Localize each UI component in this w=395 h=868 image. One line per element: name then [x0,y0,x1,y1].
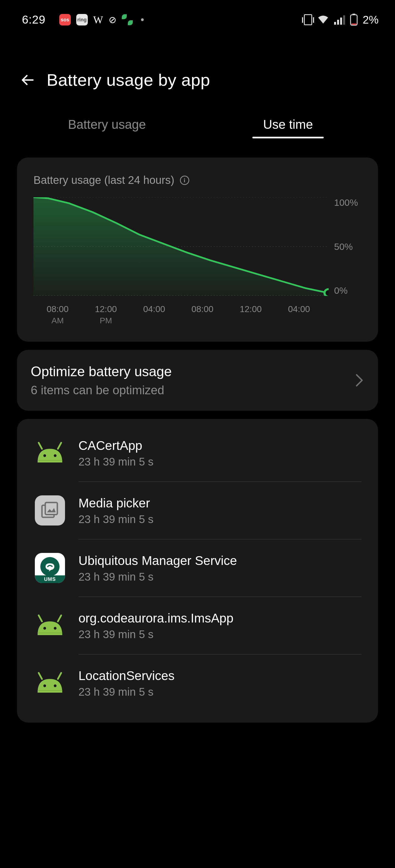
app-name: Ubiquitous Manager Service [79,553,237,568]
sos-icon: sos [59,14,71,26]
chevron-right-icon [355,373,364,388]
status-bar: 6:29 sos ring W ⊘ 2% [0,0,395,32]
chart-title: Battery usage (last 24 hours) [33,174,174,186]
status-right: 2% [304,14,378,26]
android-icon [33,436,66,469]
tab-use-time[interactable]: Use time [198,117,378,138]
app-name: LocationServices [79,668,174,683]
vibrate-icon [304,14,312,25]
tabs: Battery usage Use time [0,100,395,149]
status-time: 6:29 [22,13,46,26]
app-green-icon [122,14,133,25]
battery-percent: 2% [363,14,378,26]
ring-icon: ring [76,14,88,26]
svg-rect-1 [337,20,339,25]
svg-point-13 [43,454,46,457]
app-name: Media picker [79,496,153,510]
svg-rect-3 [343,16,345,25]
svg-line-18 [39,615,42,621]
overflow-dot-icon [141,18,144,21]
xtick: 08:00 [178,304,227,325]
chart-x-labels: 08:00AM 12:00PM 04:00 08:00 12:00 04:00 [33,304,362,325]
w-icon: W [93,14,103,26]
list-item[interactable]: UMS Ubiquitous Manager Service 23 h 39 m… [17,539,378,596]
ums-label: UMS [35,576,65,583]
header: Battery usage by app [0,32,395,100]
app-time: 23 h 39 min 5 s [79,513,153,526]
app-list-card: CACertApp 23 h 39 min 5 s Media picker 2… [17,419,378,722]
app-time: 23 h 39 min 5 s [79,456,153,468]
svg-line-24 [58,673,61,679]
svg-rect-6 [351,24,356,25]
svg-rect-2 [340,18,342,25]
app-time: 23 h 39 min 5 s [79,628,233,641]
app-time: 23 h 39 min 5 s [79,571,237,583]
chart-plot [33,197,329,296]
android-icon [33,666,66,700]
svg-line-12 [58,443,61,449]
list-item[interactable]: LocationServices 23 h 39 min 5 s [17,655,378,712]
ums-icon: UMS [33,552,66,584]
media-picker-icon [33,494,66,527]
svg-point-21 [54,627,57,630]
chart-y-labels: 100% 50% 0% [329,197,362,296]
svg-rect-0 [334,22,336,25]
optimize-card[interactable]: Optimize battery usage 6 items can be op… [17,350,378,411]
optimize-title: Optimize battery usage [31,364,172,379]
list-item[interactable]: CACertApp 23 h 39 min 5 s [17,425,378,482]
chart-card: Battery usage (last 24 hours) i [17,158,378,342]
svg-point-20 [43,627,46,630]
android-icon [33,609,66,642]
ytick-0: 0% [334,285,362,296]
svg-line-11 [39,443,42,449]
tab-battery-usage[interactable]: Battery usage [17,117,198,138]
xtick: 12:00 [227,304,275,325]
app-time: 23 h 39 min 5 s [79,686,174,698]
svg-line-23 [39,673,42,679]
page-title: Battery usage by app [47,70,210,90]
ytick-50: 50% [334,241,362,252]
app-name: CACertApp [79,438,153,453]
chart-area: 100% 50% 0% [33,197,362,296]
xtick: 12:00PM [82,304,130,325]
list-item[interactable]: Media picker 23 h 39 min 5 s [17,482,378,539]
battery-icon [350,14,358,26]
ytick-100: 100% [334,197,362,208]
xtick: 04:00 [130,304,178,325]
wifi-icon [317,15,329,25]
status-left: 6:29 sos ring W ⊘ [22,13,144,26]
xtick: 04:00 [275,304,323,325]
svg-line-19 [58,615,61,621]
signal-icon [334,15,345,25]
svg-point-14 [54,454,57,457]
svg-point-25 [43,684,46,687]
list-item[interactable]: org.codeaurora.ims.ImsApp 23 h 39 min 5 … [17,597,378,654]
info-icon[interactable]: i [180,176,189,185]
app-name: org.codeaurora.ims.ImsApp [79,611,233,625]
svg-point-10 [325,289,329,296]
svg-point-26 [54,684,57,687]
optimize-subtitle: 6 items can be optimized [31,383,172,397]
xtick: 08:00AM [33,304,82,325]
check-icon: ⊘ [109,14,116,25]
svg-rect-17 [45,502,57,515]
back-arrow-icon[interactable] [19,72,36,88]
